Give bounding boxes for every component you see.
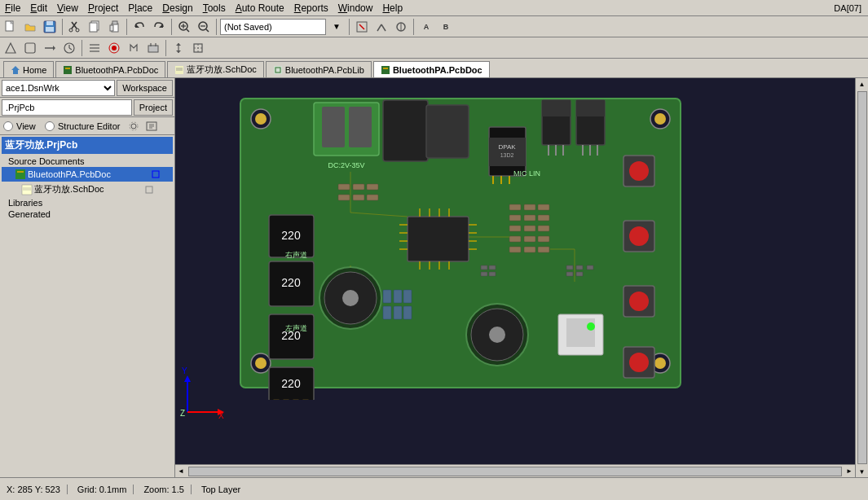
tb-cut[interactable] [66, 18, 84, 36]
structure-radio[interactable] [45, 121, 55, 131]
tb-text2[interactable]: B [437, 18, 455, 36]
not-saved-input[interactable] [220, 19, 326, 35]
svg-rect-151 [524, 204, 535, 210]
project-button[interactable]: Project [134, 99, 173, 116]
tab-pcbdoc2[interactable]: BluetoothPA.PcbDoc [373, 61, 490, 77]
tb2-10[interactable] [189, 39, 207, 57]
svg-marker-15 [159, 24, 163, 28]
svg-point-39 [112, 46, 117, 50]
tb2-1[interactable] [2, 39, 20, 57]
svg-rect-52 [65, 68, 70, 69]
tree-item-pcbdoc-label: BluetoothPA.PcbDoc [28, 169, 111, 179]
tb2-2[interactable] [21, 39, 39, 57]
tb2-3[interactable] [41, 39, 59, 57]
axis-svg: Y X Z [179, 363, 228, 420]
svg-marker-46 [176, 50, 181, 53]
view-radio[interactable] [3, 121, 13, 131]
svg-rect-150 [509, 204, 521, 210]
pcb-view[interactable]: 220 220 220 220 DC:2V-35V [175, 78, 868, 477]
tb-save[interactable] [41, 18, 59, 36]
tb-route1[interactable] [353, 18, 371, 36]
tb2-9[interactable] [170, 39, 187, 57]
tb-text1[interactable]: A [417, 18, 435, 36]
tb2-7[interactable] [125, 39, 143, 57]
tree-generated[interactable]: Generated [2, 208, 173, 220]
menu-help[interactable]: Help [377, 2, 408, 15]
tb2-6[interactable] [105, 39, 123, 57]
tb-undo[interactable] [130, 18, 148, 36]
svg-marker-191 [184, 375, 191, 382]
sep3 [171, 19, 172, 35]
scroll-down-btn[interactable]: ▼ [857, 466, 868, 477]
tb-paste[interactable] [105, 18, 123, 36]
tab-schdoc[interactable]: 蓝牙功放.SchDoc [167, 61, 264, 77]
svg-rect-156 [509, 226, 521, 231]
menu-reports[interactable]: Reports [289, 2, 333, 15]
tb-copy[interactable] [86, 18, 104, 36]
tab-pcbdoc1[interactable]: BluetoothPA.PcbDoc [55, 61, 165, 77]
svg-text:220: 220 [281, 377, 301, 390]
menu-view[interactable]: View [52, 2, 83, 15]
svg-rect-3 [46, 21, 53, 25]
vscrollbar[interactable]: ▲ ▼ [855, 78, 868, 477]
tree-source-documents[interactable]: Source Documents [2, 156, 173, 167]
svg-rect-170 [403, 306, 412, 319]
tb-open[interactable] [21, 18, 39, 36]
tb-zoom-out[interactable] [195, 18, 213, 36]
svg-marker-45 [176, 43, 181, 46]
svg-rect-166 [394, 290, 402, 303]
tb2-8[interactable] [144, 39, 162, 57]
pcbdoc1-icon [63, 65, 73, 75]
svg-rect-179 [489, 272, 496, 276]
axis-indicator: Y X Z [179, 363, 220, 428]
tree-libraries[interactable]: Libraries [2, 197, 173, 208]
scroll-thumb[interactable] [857, 91, 867, 464]
pcb-board[interactable]: 220 220 220 220 DC:2V-35V [224, 90, 697, 400]
tree-item-pcbdoc[interactable]: BluetoothPA.PcbDoc [2, 167, 173, 182]
scroll-right-btn[interactable]: ► [844, 466, 855, 477]
status-coords: X: 285 Y: 523 [7, 485, 68, 494]
svg-text:Y: Y [182, 366, 187, 375]
scroll-left-btn[interactable]: ◄ [175, 466, 187, 477]
tb2-5[interactable] [86, 39, 104, 57]
hscroll-thumb[interactable] [188, 467, 842, 476]
svg-rect-167 [403, 290, 412, 303]
panel-view-btn[interactable] [144, 119, 159, 134]
svg-rect-155 [538, 215, 549, 221]
menu-design[interactable]: Design [157, 2, 197, 15]
svg-rect-177 [489, 265, 496, 270]
tab-pcblib[interactable]: BluetoothPA.PcbLib [266, 61, 372, 77]
svg-rect-181 [576, 265, 583, 270]
svg-point-79 [255, 357, 267, 369]
tree-item-schdoc[interactable]: 蓝牙功放.SchDoc [2, 182, 173, 197]
svg-rect-12 [112, 21, 117, 24]
menu-tools[interactable]: Tools [198, 2, 231, 15]
tb-new[interactable] [2, 18, 20, 36]
tb-dropdown[interactable]: ▼ [328, 18, 346, 36]
panel-view-tabs: View Structure Editor [0, 117, 174, 135]
menu-project[interactable]: Project [83, 2, 123, 15]
tb-route2[interactable] [372, 18, 390, 36]
tab-home[interactable]: Home [3, 61, 54, 77]
tab-pcbdoc1-label: BluetoothPA.PcbDoc [75, 65, 158, 75]
workspace-button[interactable]: Workspace [117, 80, 173, 96]
sep5 [349, 19, 350, 35]
workspace-select[interactable]: ace1.DsnWrk [2, 80, 115, 96]
menu-autoroute[interactable]: Auto Route [231, 2, 289, 15]
menu-window[interactable]: Window [333, 2, 378, 15]
tb-route3[interactable] [392, 18, 410, 36]
menu-edit[interactable]: Edit [25, 2, 52, 15]
project-input[interactable] [2, 99, 132, 116]
menu-file[interactable]: File [0, 2, 25, 15]
view-label[interactable]: View [16, 121, 36, 131]
tb-redo[interactable] [150, 18, 168, 36]
panel-top: ace1.DsnWrk Workspace [0, 78, 174, 98]
tb-zoom-in[interactable] [175, 18, 193, 36]
menu-place[interactable]: Place [123, 2, 157, 15]
svg-rect-169 [394, 306, 402, 319]
tb2-4[interactable] [60, 39, 78, 57]
hscrollbar[interactable]: ◄ ► [175, 464, 855, 477]
panel-settings-btn[interactable] [126, 119, 141, 134]
scroll-up-btn[interactable]: ▲ [857, 78, 868, 90]
svg-rect-162 [509, 247, 521, 252]
